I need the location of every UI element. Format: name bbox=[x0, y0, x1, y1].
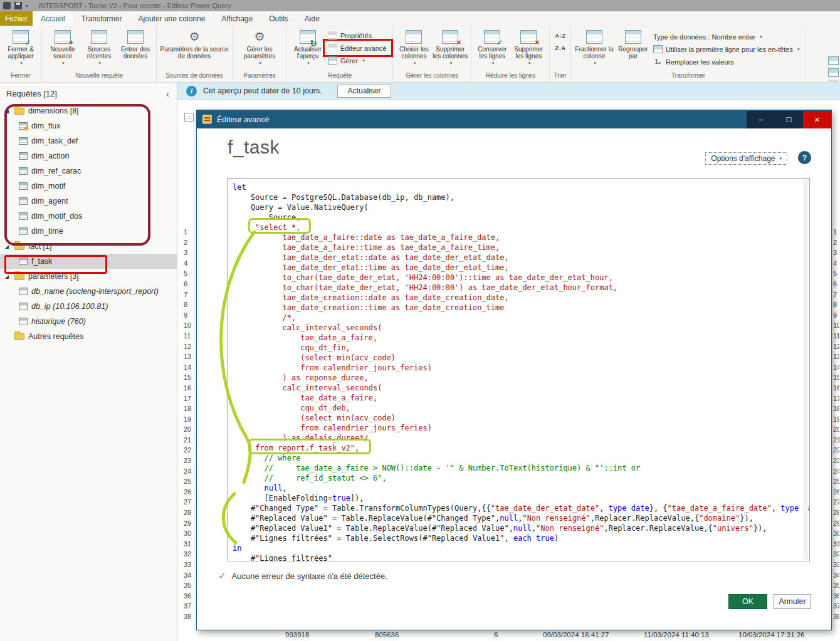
tab-outils[interactable]: Outils bbox=[261, 11, 297, 26]
check-icon: ✓ bbox=[218, 570, 226, 581]
grid-cell: 6 bbox=[494, 631, 498, 638]
advanced-editor-button[interactable]: Éditeur avancé bbox=[326, 42, 390, 54]
tab-accueil[interactable]: Accueil bbox=[33, 11, 73, 26]
chevron-down-icon: ▾ bbox=[528, 60, 531, 66]
save-icon[interactable] bbox=[14, 2, 22, 9]
group-label-requete: Requête bbox=[287, 72, 392, 82]
table-icon[interactable] bbox=[828, 56, 839, 65]
chevron-down-icon: ▾ bbox=[779, 156, 782, 161]
sidebar-item-dim-action[interactable]: dim_action bbox=[0, 149, 177, 164]
sidebar-folder-parameters[interactable]: ◢ parameters [3] bbox=[0, 269, 177, 284]
code-editor[interactable]: let Source = PostgreSQL.Database(db_ip, … bbox=[227, 178, 810, 561]
remove-rows-button[interactable]: × Supprimer les lignes ▾ bbox=[510, 28, 547, 66]
group-label-nouvelle-requete: Nouvelle requête bbox=[42, 72, 156, 82]
sidebar-item-historique[interactable]: historique (760) bbox=[0, 314, 177, 329]
app-icon bbox=[3, 2, 11, 9]
choose-columns-button[interactable]: Choisir les colonnes ▾ bbox=[396, 28, 432, 66]
folder-icon bbox=[14, 333, 24, 340]
group-by-button[interactable]: Regrouper par bbox=[615, 28, 651, 60]
sidebar-item-dim-ref-carac[interactable]: dim_ref_carac bbox=[0, 164, 177, 179]
sidebar-item-dim-flux[interactable]: dim_flux bbox=[0, 118, 177, 133]
recent-sources-button[interactable]: Sources récentes ▾ bbox=[81, 28, 117, 66]
manage-parameters-label: Gérer les paramètres bbox=[235, 46, 284, 60]
remove-columns-button[interactable]: × Supprimer les colonnes ▾ bbox=[432, 28, 468, 66]
sidebar-item-dim-motif-dos[interactable]: dim_motif_dos bbox=[0, 209, 177, 224]
enter-data-button[interactable]: Entrer des données bbox=[117, 28, 154, 60]
dialog-titlebar[interactable]: Éditeur avancé – □ × bbox=[197, 110, 831, 128]
group-label-colonnes: Gérer les colonnes bbox=[393, 72, 471, 82]
sort-ascending-button[interactable]: A↓Z bbox=[552, 29, 568, 41]
dialog-title: Éditeur avancé bbox=[217, 115, 747, 124]
sidebar-item-db-ip[interactable]: db_ip (10.106.100.81) bbox=[0, 299, 177, 314]
keep-rows-button[interactable]: ✓ Conserver les lignes ▾ bbox=[474, 28, 510, 66]
close-apply-button[interactable]: ✓ Fermer & appliquer ▾ bbox=[3, 28, 39, 66]
tab-fichier[interactable]: Fichier bbox=[0, 11, 33, 26]
group-trier: A↓Z Z↓A Trier bbox=[550, 26, 571, 82]
help-icon[interactable]: ? bbox=[798, 151, 811, 164]
gear-icon: ⚙ bbox=[186, 30, 202, 44]
remove-rows-icon: × bbox=[520, 30, 537, 44]
replace-values-icon: 1₂ bbox=[653, 58, 663, 65]
split-column-button[interactable]: Fractionner la colonne ▾ bbox=[574, 28, 615, 66]
maximize-button[interactable]: □ bbox=[775, 111, 803, 128]
sidebar-item-dim-agent[interactable]: dim_agent bbox=[0, 194, 177, 209]
tab-transformer[interactable]: Transformer bbox=[73, 11, 130, 26]
choose-columns-label: Choisir les colonnes bbox=[396, 46, 432, 60]
data-type-button[interactable]: Type de données : Nombre entier ▾ bbox=[651, 31, 804, 43]
recent-sources-label: Sources récentes bbox=[81, 46, 117, 60]
table-icon bbox=[19, 167, 28, 175]
sidebar-item-dim-time[interactable]: dim_time bbox=[0, 224, 177, 239]
syntax-status: ✓ Aucune erreur de syntaxe n'a été détec… bbox=[218, 570, 387, 581]
sidebar-item-dim-task-def[interactable]: dim_task_def bbox=[0, 133, 177, 149]
new-source-button[interactable]: + Nouvelle source ▾ bbox=[45, 28, 81, 66]
tab-ajouter-une-colonne[interactable]: Ajouter une colonne bbox=[130, 11, 214, 26]
choose-columns-icon bbox=[406, 30, 422, 44]
grid-select-all-corner[interactable] bbox=[184, 113, 194, 122]
group-transformer: Fractionner la colonne ▾ Regrouper par T… bbox=[571, 26, 807, 82]
quick-access-caret-icon[interactable]: ▾ bbox=[26, 3, 28, 9]
properties-button[interactable]: Propriétés bbox=[326, 29, 390, 41]
group-fermer: ✓ Fermer & appliquer ▾ Fermer bbox=[0, 26, 42, 82]
sidebar-item-label: dim_motif_dos bbox=[31, 212, 82, 221]
manage-query-button[interactable]: Gérer ▾ bbox=[326, 55, 390, 66]
sidebar-item-f-task[interactable]: f_task bbox=[0, 254, 177, 269]
expand-triangle-icon[interactable]: ◢ bbox=[5, 108, 11, 114]
chevron-down-icon: ▾ bbox=[98, 60, 101, 66]
chevron-down-icon: ▾ bbox=[362, 58, 365, 63]
cancel-button[interactable]: Annuler bbox=[774, 594, 811, 609]
window-title: INTERSPORT - Tache V2 - Pour recette - E… bbox=[38, 2, 231, 9]
chevron-down-icon: ▾ bbox=[414, 60, 416, 66]
syntax-status-text: Aucune erreur de syntaxe n'a été détecté… bbox=[232, 571, 387, 581]
infobar-refresh-button[interactable]: Actualiser bbox=[337, 85, 392, 98]
ok-button[interactable]: OK bbox=[728, 594, 767, 609]
replace-values-button[interactable]: 1₂ Remplacer les valeurs bbox=[651, 56, 804, 68]
tab-affichage[interactable]: Affichage bbox=[213, 11, 261, 26]
expand-triangle-icon[interactable]: ◢ bbox=[5, 274, 11, 279]
queries-tree: ◢ dimensions [8] dim_flux dim_task_def d… bbox=[0, 103, 177, 344]
sort-descending-button[interactable]: Z↓A bbox=[552, 42, 568, 54]
replace-values-label: Remplacer les valeurs bbox=[666, 58, 734, 66]
expand-triangle-icon[interactable]: ◢ bbox=[5, 244, 11, 249]
close-button[interactable]: × bbox=[803, 111, 831, 128]
sidebar-folder-fact[interactable]: ◢ fact [1] bbox=[0, 239, 177, 254]
refresh-preview-button[interactable]: ↻ Actualiser l'aperçu ▾ bbox=[290, 28, 326, 66]
chevron-down-icon: ▾ bbox=[760, 34, 762, 39]
minimize-button[interactable]: – bbox=[747, 111, 775, 128]
advanced-editor-icon bbox=[328, 44, 337, 52]
manage-query-icon bbox=[328, 56, 337, 65]
sidebar-item-label: dim_ref_carac bbox=[31, 167, 81, 175]
chevron-down-icon: ▾ bbox=[20, 60, 23, 66]
manage-parameters-button[interactable]: ⚙ Gérer les paramètres ▾ bbox=[235, 28, 284, 66]
sidebar-folder-dimensions[interactable]: ◢ dimensions [8] bbox=[0, 103, 177, 118]
sidebar-item-db-name[interactable]: db_name (socleng-intersport_report) bbox=[0, 284, 177, 299]
table-icon[interactable] bbox=[828, 68, 839, 77]
gear-icon: ⚙ bbox=[251, 30, 268, 44]
collapse-pane-icon[interactable]: ‹ bbox=[166, 90, 169, 98]
sidebar-item-dim-motif[interactable]: dim_motif bbox=[0, 179, 177, 194]
chevron-down-icon: ▾ bbox=[450, 60, 453, 66]
tab-aide[interactable]: Aide bbox=[297, 11, 328, 26]
first-row-headers-button[interactable]: Utiliser la première ligne pour les en-t… bbox=[651, 43, 804, 55]
sidebar-folder-autres-requetes[interactable]: Autres requêtes bbox=[0, 329, 177, 344]
display-options-dropdown[interactable]: Options d'affichage ▾ bbox=[705, 152, 787, 165]
data-source-settings-button[interactable]: ⚙ Paramètres de la source de données bbox=[159, 28, 229, 60]
